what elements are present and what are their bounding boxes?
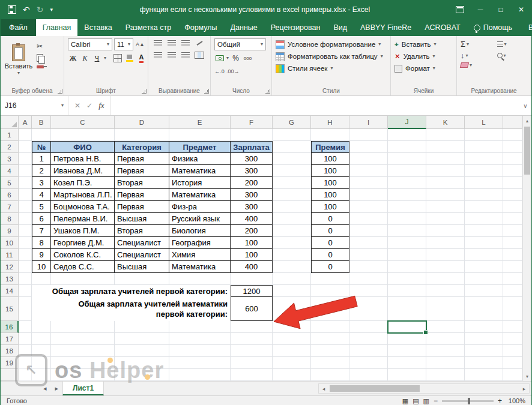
cell-H13[interactable] [311, 273, 349, 285]
cell-L4[interactable] [465, 165, 503, 177]
cell-H11[interactable]: 0 [311, 249, 349, 261]
cell-H7[interactable]: 100 [311, 201, 349, 213]
cell-D2[interactable]: Категория [115, 141, 169, 153]
cell-E18[interactable] [169, 345, 231, 357]
cell-A17[interactable] [19, 333, 32, 345]
row-header-9[interactable]: 9 [1, 225, 19, 237]
cell-K5[interactable] [426, 177, 465, 189]
cell-H4[interactable]: 100 [311, 165, 349, 177]
cell-G8[interactable] [273, 213, 311, 225]
cell-D5[interactable]: Вторая [115, 177, 169, 189]
hscroll-left-icon[interactable]: ◂ [319, 384, 328, 393]
cell-J13[interactable] [388, 273, 426, 285]
cell-B17[interactable] [32, 333, 51, 345]
cell-E5[interactable]: История [169, 177, 231, 189]
column-header-K[interactable]: K [426, 116, 465, 129]
cell-K19[interactable] [426, 357, 465, 369]
cell-C18[interactable] [51, 345, 115, 357]
cell-K8[interactable] [426, 213, 465, 225]
cell-J14[interactable] [388, 285, 426, 297]
cell-A7[interactable] [19, 201, 32, 213]
cell-A12[interactable] [19, 261, 32, 273]
cell-F12[interactable]: 400 [231, 261, 273, 273]
cell-I11[interactable] [349, 249, 388, 261]
conditional-formatting-button[interactable]: Условное форматирование ▾ [276, 38, 388, 50]
formula-input[interactable] [111, 96, 519, 115]
cell-L11[interactable] [465, 249, 503, 261]
cell-D17[interactable] [115, 333, 169, 345]
cell-K6[interactable] [426, 189, 465, 201]
cell-L15[interactable] [465, 297, 503, 321]
cell-C19[interactable] [51, 357, 115, 369]
cell-L13[interactable] [465, 273, 503, 285]
cell-C3[interactable]: Петрова Н.В. [51, 153, 115, 165]
enter-icon[interactable]: ✓ [86, 101, 92, 110]
font-size-select[interactable]: 11 ▾ [114, 38, 133, 50]
cell-D11[interactable]: Специалист [115, 249, 169, 261]
cell-B11[interactable]: 9 [32, 249, 51, 261]
cell-L3[interactable] [465, 153, 503, 165]
cell-J5[interactable] [388, 177, 426, 189]
cell-L1[interactable] [465, 129, 503, 141]
cell-C7[interactable]: Боцмонова Т.А. [51, 201, 115, 213]
cell-L19[interactable] [465, 357, 503, 369]
cell-I19[interactable] [349, 357, 388, 369]
row-header-3[interactable]: 3 [1, 153, 19, 165]
font-color-button[interactable]: А [136, 53, 147, 64]
tab-file[interactable]: Файл [1, 19, 36, 36]
tab-data[interactable]: Данные [224, 19, 264, 36]
cell-filler-14[interactable] [503, 285, 522, 297]
cell-filler-13[interactable] [503, 273, 522, 285]
cell-H17[interactable] [311, 333, 349, 345]
cell-C4[interactable]: Иванова Д.М. [51, 165, 115, 177]
cell-H1[interactable] [311, 129, 349, 141]
cell-H14[interactable] [311, 285, 349, 297]
undo-icon[interactable]: ↶ [23, 5, 30, 14]
row-header-15[interactable]: 15 [1, 297, 19, 321]
cell-D16[interactable] [115, 321, 169, 333]
cell-H3[interactable]: 100 [311, 153, 349, 165]
cell-I9[interactable] [349, 225, 388, 237]
cell-filler-19[interactable] [503, 357, 522, 369]
row-header-2[interactable]: 2 [1, 141, 19, 153]
row-header-16[interactable]: 16 [1, 321, 19, 333]
cell-B19[interactable] [32, 357, 51, 369]
qat-customize-icon[interactable]: ▾ [50, 7, 53, 13]
cell-A19[interactable] [19, 357, 32, 369]
cell-I14[interactable] [349, 285, 388, 297]
zoom-slider-thumb[interactable] [468, 398, 470, 404]
cell-K9[interactable] [426, 225, 465, 237]
cell-K13[interactable] [426, 273, 465, 285]
font-family-select[interactable]: Calibri ▾ [68, 38, 112, 50]
cell-K2[interactable] [426, 141, 465, 153]
copy-icon[interactable] [37, 54, 43, 62]
cell-F13[interactable] [231, 273, 273, 285]
align-bottom-button[interactable] [180, 38, 192, 48]
cell-D4[interactable]: Первая [115, 165, 169, 177]
cell-filler-16[interactable] [503, 321, 522, 333]
cell-C12[interactable]: Седов С.С. [51, 261, 115, 273]
cell-D6[interactable]: Первая [115, 189, 169, 201]
cell-D13[interactable] [115, 273, 169, 285]
cell-F1[interactable] [231, 129, 273, 141]
cell-B8[interactable]: 6 [32, 213, 51, 225]
cell-K1[interactable] [426, 129, 465, 141]
cell-A1[interactable] [19, 129, 32, 141]
cell-filler-6[interactable] [503, 189, 522, 201]
row-header-10[interactable]: 10 [1, 237, 19, 249]
cell-J12[interactable] [388, 261, 426, 273]
cell-F2[interactable]: Зарплата [231, 141, 273, 153]
cell-L2[interactable] [465, 141, 503, 153]
minimize-button[interactable]: ─ [470, 0, 491, 19]
cell-G3[interactable] [273, 153, 311, 165]
cell-L12[interactable] [465, 261, 503, 273]
column-header-A[interactable]: A [19, 116, 32, 129]
save-icon[interactable] [8, 5, 16, 14]
cell-I20[interactable] [349, 369, 388, 381]
cell-L16[interactable] [465, 321, 503, 333]
cell-B5[interactable]: 3 [32, 177, 51, 189]
cell-J11[interactable] [388, 249, 426, 261]
italic-button[interactable]: К [80, 53, 90, 64]
cell-I16[interactable] [349, 321, 388, 333]
cell-G20[interactable] [273, 369, 311, 381]
